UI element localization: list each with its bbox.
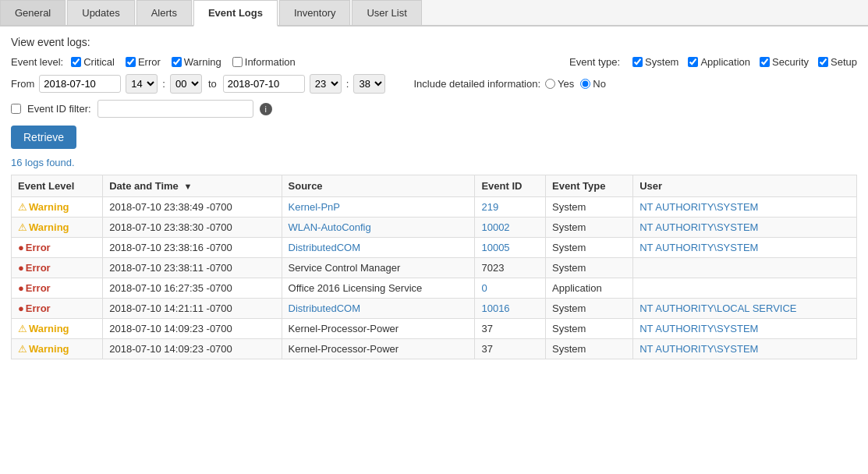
logs-found: 16 logs found. — [11, 157, 857, 168]
cell-event-level: ●Error — [12, 238, 103, 258]
level-label[interactable]: Error — [26, 282, 51, 294]
cell-datetime: 2018-07-10 14:09:23 -0700 — [103, 319, 282, 339]
level-label[interactable]: Error — [26, 242, 51, 253]
filter-row: Event level: Critical Error Warning Info… — [11, 56, 857, 68]
user-link[interactable]: NT AUTHORITY\SYSTEM — [639, 242, 758, 253]
cell-user[interactable]: NT AUTHORITY\SYSTEM — [633, 238, 857, 258]
cell-datetime: 2018-07-10 23:38:49 -0700 — [103, 197, 282, 218]
sort-icon: ▼ — [183, 182, 192, 191]
cell-datetime: 2018-07-10 23:38:16 -0700 — [103, 238, 282, 258]
event-id-link[interactable]: 10016 — [481, 302, 509, 314]
error-circle-icon: ● — [18, 242, 24, 253]
warning-icon: ⚠ — [18, 323, 27, 334]
from-hour-select[interactable]: 14 — [126, 74, 158, 94]
to-minute-select[interactable]: 38 — [353, 74, 385, 94]
tab-event-logs[interactable]: Event Logs — [193, 0, 278, 27]
level-label[interactable]: Warning — [29, 343, 69, 355]
col-event-type: Event Type — [546, 175, 633, 197]
tab-general[interactable]: General — [0, 0, 66, 25]
cell-event-id[interactable]: 0 — [475, 278, 546, 299]
eventid-input[interactable] — [97, 100, 253, 118]
cell-user[interactable]: NT AUTHORITY\SYSTEM — [633, 339, 857, 359]
error-circle-icon: ● — [18, 282, 24, 294]
level-label[interactable]: Warning — [29, 323, 69, 334]
source-link[interactable]: WLAN-AutoConfig — [289, 221, 371, 233]
detailed-info-radios: Yes No — [545, 78, 606, 90]
checkbox-application[interactable]: Application — [688, 56, 750, 68]
level-label[interactable]: Error — [26, 262, 51, 274]
level-label[interactable]: Error — [26, 302, 51, 314]
cell-source[interactable]: DistributedCOM — [282, 238, 475, 258]
checkbox-security[interactable]: Security — [760, 56, 809, 68]
checkbox-warning[interactable]: Warning — [172, 56, 221, 68]
event-id-link[interactable]: 219 — [481, 201, 498, 213]
source-link[interactable]: DistributedCOM — [289, 242, 360, 253]
cell-event-level: ●Error — [12, 258, 103, 278]
cell-event-type: System — [546, 218, 633, 238]
info-icon: i — [260, 103, 272, 115]
cell-event-id[interactable]: 10016 — [475, 299, 546, 319]
cell-event-id: 37 — [475, 319, 546, 339]
user-link[interactable]: NT AUTHORITY\SYSTEM — [639, 221, 758, 233]
to-date-input[interactable] — [223, 75, 305, 93]
user-link[interactable]: NT AUTHORITY\SYSTEM — [639, 201, 758, 213]
checkbox-setup[interactable]: Setup — [818, 56, 857, 68]
cell-source[interactable]: DistributedCOM — [282, 299, 475, 319]
checkbox-system[interactable]: System — [632, 56, 678, 68]
event-id-link[interactable]: 10005 — [481, 242, 509, 253]
retrieve-button[interactable]: Retrieve — [11, 126, 76, 149]
table-row: ●Error2018-07-10 23:38:11 -0700Service C… — [12, 258, 857, 278]
tab-user-list[interactable]: User List — [352, 0, 421, 25]
detailed-info-section: Include detailed information: Yes No — [413, 78, 605, 90]
to-hour-select[interactable]: 23 — [310, 74, 342, 94]
cell-event-level: ⚠Warning — [12, 197, 103, 218]
cell-event-type: System — [546, 319, 633, 339]
col-date-time[interactable]: Date and Time ▼ — [103, 175, 282, 197]
user-link[interactable]: NT AUTHORITY\LOCAL SERVICE — [639, 302, 796, 314]
cell-event-id: 7023 — [475, 258, 546, 278]
source-link[interactable]: Kernel-PnP — [289, 201, 340, 213]
cell-datetime: 2018-07-10 16:27:35 -0700 — [103, 278, 282, 299]
event-type-label: Event type: — [569, 56, 620, 68]
tab-alerts[interactable]: Alerts — [136, 0, 192, 25]
cell-user[interactable]: NT AUTHORITY\SYSTEM — [633, 319, 857, 339]
cell-event-id[interactable]: 10005 — [475, 238, 546, 258]
table-row: ⚠Warning2018-07-10 23:38:49 -0700Kernel-… — [12, 197, 857, 218]
event-type-section: Event type: System Application Security … — [569, 56, 857, 68]
from-date-input[interactable] — [39, 75, 121, 93]
cell-user[interactable]: NT AUTHORITY\LOCAL SERVICE — [633, 299, 857, 319]
cell-user — [633, 258, 857, 278]
checkbox-information[interactable]: Information — [232, 56, 296, 68]
cell-source[interactable]: Kernel-PnP — [282, 197, 475, 218]
eventid-checkbox[interactable] — [11, 104, 21, 114]
source-link[interactable]: DistributedCOM — [289, 302, 360, 314]
tab-bar: General Updates Alerts Event Logs Invent… — [0, 0, 868, 27]
cell-datetime: 2018-07-10 23:38:30 -0700 — [103, 218, 282, 238]
cell-event-type: System — [546, 258, 633, 278]
cell-source[interactable]: WLAN-AutoConfig — [282, 218, 475, 238]
checkbox-error[interactable]: Error — [126, 56, 161, 68]
col-source: Source — [282, 175, 475, 197]
cell-event-level: ●Error — [12, 299, 103, 319]
cell-user[interactable]: NT AUTHORITY\SYSTEM — [633, 197, 857, 218]
table-row: ⚠Warning2018-07-10 23:38:30 -0700WLAN-Au… — [12, 218, 857, 238]
cell-event-id[interactable]: 219 — [475, 197, 546, 218]
tab-inventory[interactable]: Inventory — [279, 0, 350, 25]
error-circle-icon: ● — [18, 262, 24, 274]
level-label[interactable]: Warning — [29, 201, 69, 213]
cell-event-id[interactable]: 10002 — [475, 218, 546, 238]
from-minute-select[interactable]: 00 — [170, 74, 202, 94]
tab-updates[interactable]: Updates — [67, 0, 134, 25]
cell-source: Service Control Manager — [282, 258, 475, 278]
radio-yes[interactable]: Yes — [545, 78, 574, 90]
col-user: User — [633, 175, 857, 197]
checkbox-critical[interactable]: Critical — [71, 56, 115, 68]
radio-no[interactable]: No — [580, 78, 606, 90]
cell-event-level: ⚠Warning — [12, 339, 103, 359]
event-id-link[interactable]: 10002 — [481, 221, 509, 233]
cell-user[interactable]: NT AUTHORITY\SYSTEM — [633, 218, 857, 238]
level-label[interactable]: Warning — [29, 221, 69, 233]
user-link[interactable]: NT AUTHORITY\SYSTEM — [639, 323, 758, 334]
event-id-link[interactable]: 0 — [481, 282, 487, 294]
user-link[interactable]: NT AUTHORITY\SYSTEM — [639, 343, 758, 355]
